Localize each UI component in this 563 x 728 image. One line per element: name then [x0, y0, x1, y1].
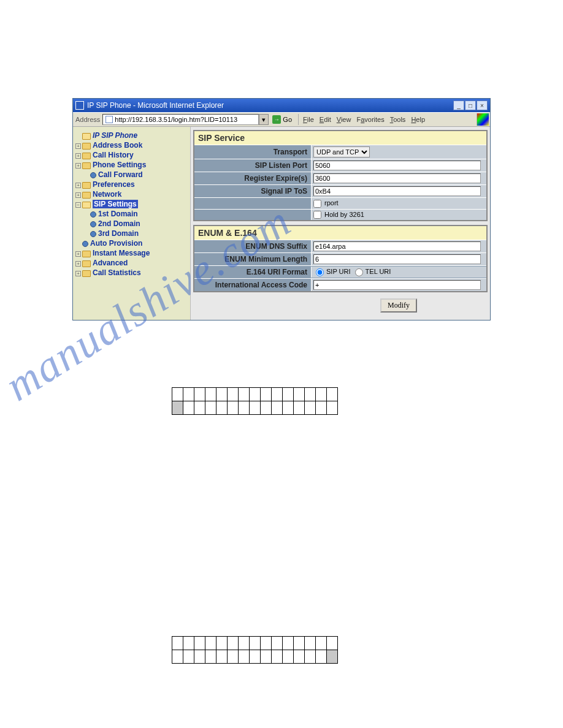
tree-root[interactable]: IP SIP Phone: [93, 131, 137, 140]
panel-title-sip: SIP Service: [194, 131, 486, 145]
menu-file[interactable]: File: [301, 116, 316, 123]
item-icon: [90, 211, 96, 218]
label-rport: rport: [324, 199, 339, 207]
tree-address-book[interactable]: Address Book: [93, 141, 142, 150]
label-expire: Register Expire(s): [194, 172, 311, 184]
tree-phone-settings[interactable]: Phone Settings: [93, 161, 146, 169]
doc-grid-1: [172, 387, 338, 415]
tree-network[interactable]: Network: [93, 190, 121, 199]
folder-icon: [82, 192, 91, 199]
titlebar: IP SIP Phone - Microsoft Internet Explor…: [73, 99, 490, 112]
expand-icon[interactable]: +: [75, 271, 81, 276]
ie-icon: [75, 101, 84, 110]
tree-auto-provision[interactable]: Auto Provision: [90, 239, 142, 248]
expand-icon[interactable]: +: [75, 251, 81, 257]
close-button[interactable]: ×: [477, 100, 488, 110]
expand-icon[interactable]: +: [75, 143, 81, 149]
expand-icon[interactable]: +: [75, 153, 81, 159]
input-tos[interactable]: [313, 186, 481, 196]
tree-instant-message[interactable]: Instant Message: [93, 249, 150, 257]
windows-flag-icon: [477, 113, 489, 126]
label-intl-code: International Access Code: [194, 279, 311, 291]
menu-favorites[interactable]: Favorites: [354, 116, 386, 123]
radio-sip-uri[interactable]: [316, 268, 324, 276]
url-text: http://192.168.3.51/login.htm?LID=10113: [115, 116, 237, 123]
address-bar: Address http://192.168.3.51/login.htm?LI…: [73, 112, 490, 127]
menu-view[interactable]: View: [335, 116, 353, 123]
maximize-button[interactable]: □: [465, 100, 476, 110]
label-tel-uri: TEL URI: [366, 268, 391, 275]
expand-icon[interactable]: +: [75, 183, 81, 188]
tree-preferences[interactable]: Preferences: [93, 180, 135, 189]
label-hold-blank: [194, 213, 311, 216]
expand-icon[interactable]: +: [75, 163, 81, 169]
folder-icon: [82, 270, 91, 277]
sidebar: IP SIP Phone +Address Book +Call History…: [73, 127, 191, 320]
url-field[interactable]: http://192.168.3.51/login.htm?LID=10113: [102, 114, 259, 125]
go-button[interactable]: → Go: [272, 115, 292, 124]
doc-grid-2: [172, 636, 338, 664]
client-area: IP SIP Phone +Address Book +Call History…: [73, 127, 490, 320]
menu-edit[interactable]: Edit: [318, 116, 333, 123]
label-rport-blank: [194, 202, 311, 205]
nav-tree: IP SIP Phone +Address Book +Call History…: [75, 131, 188, 278]
collapse-icon[interactable]: −: [75, 202, 81, 208]
tree-3rd-domain[interactable]: 3rd Domain: [98, 229, 139, 238]
input-dns-suffix[interactable]: [313, 241, 481, 251]
folder-icon: [82, 143, 91, 150]
address-label: Address: [75, 116, 100, 123]
modify-button[interactable]: Modify: [380, 298, 417, 313]
label-dns-suffix: ENUM DNS Suffix: [194, 240, 311, 252]
checkbox-hold[interactable]: [313, 211, 321, 219]
input-listen-port[interactable]: [313, 161, 481, 170]
item-icon: [90, 221, 96, 227]
expand-icon[interactable]: +: [75, 192, 81, 198]
main-panel: SIP Service Transport UDP and TCP SIP Li…: [191, 127, 490, 320]
folder-icon: [82, 133, 91, 140]
window-title: IP SIP Phone - Microsoft Internet Explor…: [87, 101, 453, 110]
radio-tel-uri[interactable]: [355, 268, 363, 276]
input-min-length[interactable]: [313, 254, 481, 264]
sip-service-panel: SIP Service Transport UDP and TCP SIP Li…: [193, 130, 488, 221]
url-dropdown[interactable]: ▾: [259, 114, 269, 125]
label-uri-format: E.164 URI Format: [194, 266, 311, 278]
separator: [298, 114, 299, 125]
label-tos: Signal IP ToS: [194, 185, 311, 197]
select-transport[interactable]: UDP and TCP: [313, 146, 370, 157]
item-icon: [82, 241, 88, 247]
input-expire[interactable]: [313, 173, 481, 183]
tree-1st-domain[interactable]: 1st Domain: [98, 210, 138, 218]
tree-call-history[interactable]: Call History: [93, 151, 134, 159]
label-sip-uri: SIP URI: [326, 268, 351, 275]
window-buttons: _ □ ×: [453, 100, 488, 110]
panel-title-enum: ENUM & E.164: [194, 226, 486, 240]
menu-bar: File Edit View Favorites Tools Help: [301, 116, 427, 123]
folder-icon: [82, 153, 91, 159]
label-hold: Hold by 3261: [324, 211, 364, 218]
item-icon: [90, 172, 96, 178]
expand-icon[interactable]: +: [75, 261, 81, 267]
enum-panel: ENUM & E.164 ENUM DNS Suffix ENUM Minimu…: [193, 225, 488, 292]
folder-icon: [82, 182, 91, 189]
browser-window: IP SIP Phone - Microsoft Internet Explor…: [72, 98, 491, 320]
go-icon: →: [272, 115, 281, 124]
folder-icon: [82, 162, 91, 169]
minimize-button[interactable]: _: [453, 100, 464, 110]
folder-icon: [82, 251, 91, 257]
label-min-length: ENUM Minimum Length: [194, 253, 311, 265]
item-icon: [90, 231, 96, 237]
folder-icon: [82, 260, 91, 267]
menu-tools[interactable]: Tools: [388, 116, 408, 123]
tree-call-statistics[interactable]: Call Statistics: [93, 268, 141, 277]
page-icon: [105, 116, 113, 123]
folder-icon: [82, 202, 91, 208]
menu-help[interactable]: Help: [409, 116, 427, 123]
tree-sip-settings[interactable]: SIP Settings: [93, 200, 138, 208]
tree-2nd-domain[interactable]: 2nd Domain: [98, 219, 140, 228]
label-transport: Transport: [194, 146, 311, 158]
tree-call-forward[interactable]: Call Forward: [98, 170, 143, 179]
checkbox-rport[interactable]: [313, 200, 321, 208]
tree-advanced[interactable]: Advanced: [93, 259, 128, 267]
label-listen-port: SIP Listen Port: [194, 159, 311, 172]
input-intl-code[interactable]: [313, 280, 481, 290]
